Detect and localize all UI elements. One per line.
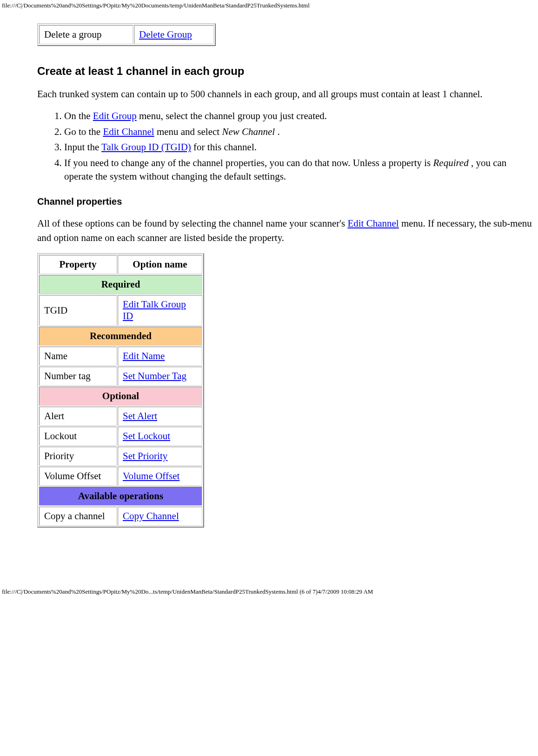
set-lockout-link[interactable]: Set Lockout	[123, 430, 170, 442]
text: .	[275, 126, 280, 137]
table-row: Name Edit Name	[39, 347, 202, 366]
operations-label: Available operations	[39, 487, 202, 506]
text: Go to the	[64, 126, 103, 137]
table-row: Number tag Set Number Tag	[39, 367, 202, 386]
volume-link-cell: Volume Offset	[118, 467, 202, 486]
steps-list: On the Edit Group menu, select the chann…	[37, 109, 533, 183]
delete-group-table: Delete a group Delete Group	[37, 23, 216, 46]
header-file-path: file:///C|/Documents%20and%20Settings/PO…	[2, 2, 538, 9]
volume-label: Volume Offset	[39, 467, 117, 486]
set-number-tag-link[interactable]: Set Number Tag	[123, 370, 186, 381]
optional-section: Optional	[39, 387, 202, 406]
numtag-label: Number tag	[39, 367, 117, 386]
delete-group-label: Delete a group	[39, 25, 133, 44]
delete-group-link-cell: Delete Group	[134, 25, 214, 44]
intro-paragraph: Each trunked system can contain up to 50…	[37, 87, 533, 101]
table-row: Priority Set Priority	[39, 447, 202, 466]
section-heading: Create at least 1 channel in each group	[37, 65, 533, 78]
table-row: Alert Set Alert	[39, 407, 202, 426]
copy-label: Copy a channel	[39, 507, 117, 526]
name-link-cell: Edit Name	[118, 347, 202, 366]
table-row: Copy a channel Copy Channel	[39, 507, 202, 526]
text: menu and select	[154, 126, 222, 137]
property-header: Property	[39, 255, 117, 274]
tgid-link-cell: Edit Talk Group ID	[118, 295, 202, 326]
edit-talk-group-id-link[interactable]: Edit Talk Group ID	[123, 299, 186, 321]
copy-channel-link[interactable]: Copy Channel	[123, 510, 179, 522]
table-row: TGID Edit Talk Group ID	[39, 295, 202, 326]
list-item: On the Edit Group menu, select the chann…	[64, 109, 533, 123]
numtag-link-cell: Set Number Tag	[118, 367, 202, 386]
required-text: Required	[433, 157, 468, 168]
main-content: Delete a group Delete Group Create at le…	[37, 23, 533, 528]
lockout-label: Lockout	[39, 427, 117, 446]
text: Input the	[64, 141, 101, 153]
required-label: Required	[39, 275, 202, 294]
alert-link-cell: Set Alert	[118, 407, 202, 426]
required-section: Required	[39, 275, 202, 294]
text: If you need to change any of the channel…	[64, 157, 433, 168]
priority-link-cell: Set Priority	[118, 447, 202, 466]
channel-properties-table: Property Option name Required TGID Edit …	[37, 253, 204, 528]
text: All of these options can be found by sel…	[37, 218, 347, 229]
operations-section: Available operations	[39, 487, 202, 506]
subsection-heading: Channel properties	[37, 196, 533, 207]
table-row: Lockout Set Lockout	[39, 427, 202, 446]
table-header-row: Property Option name	[39, 255, 202, 274]
set-priority-link[interactable]: Set Priority	[123, 450, 167, 462]
delete-group-link[interactable]: Delete Group	[139, 29, 192, 40]
footer-file-path: file:///C|/Documents%20and%20Settings/PO…	[2, 588, 538, 595]
edit-name-link[interactable]: Edit Name	[123, 350, 165, 361]
new-channel-text: New Channel	[222, 126, 275, 137]
tgid-link[interactable]: Talk Group ID (TGID)	[101, 141, 191, 153]
tgid-label: TGID	[39, 295, 117, 326]
text: for this channel.	[191, 141, 257, 153]
recommended-label: Recommended	[39, 327, 202, 346]
volume-offset-link[interactable]: Volume Offset	[123, 470, 179, 482]
list-item: If you need to change any of the channel…	[64, 156, 533, 184]
lockout-link-cell: Set Lockout	[118, 427, 202, 446]
list-item: Go to the Edit Channel menu and select N…	[64, 125, 533, 139]
option-name-header: Option name	[118, 255, 202, 274]
list-item: Input the Talk Group ID (TGID) for this …	[64, 140, 533, 154]
recommended-section: Recommended	[39, 327, 202, 346]
copy-link-cell: Copy Channel	[118, 507, 202, 526]
table-row: Delete a group Delete Group	[39, 25, 214, 44]
text: menu, select the channel group you just …	[137, 110, 327, 121]
alert-label: Alert	[39, 407, 117, 426]
set-alert-link[interactable]: Set Alert	[123, 410, 157, 421]
table-row: Volume Offset Volume Offset	[39, 467, 202, 486]
edit-channel-link-2[interactable]: Edit Channel	[347, 218, 399, 229]
edit-channel-link[interactable]: Edit Channel	[103, 126, 154, 137]
optional-label: Optional	[39, 387, 202, 406]
name-label: Name	[39, 347, 117, 366]
priority-label: Priority	[39, 447, 117, 466]
text: On the	[64, 110, 93, 121]
edit-group-link[interactable]: Edit Group	[93, 110, 137, 121]
subintro-paragraph: All of these options can be found by sel…	[37, 216, 533, 245]
